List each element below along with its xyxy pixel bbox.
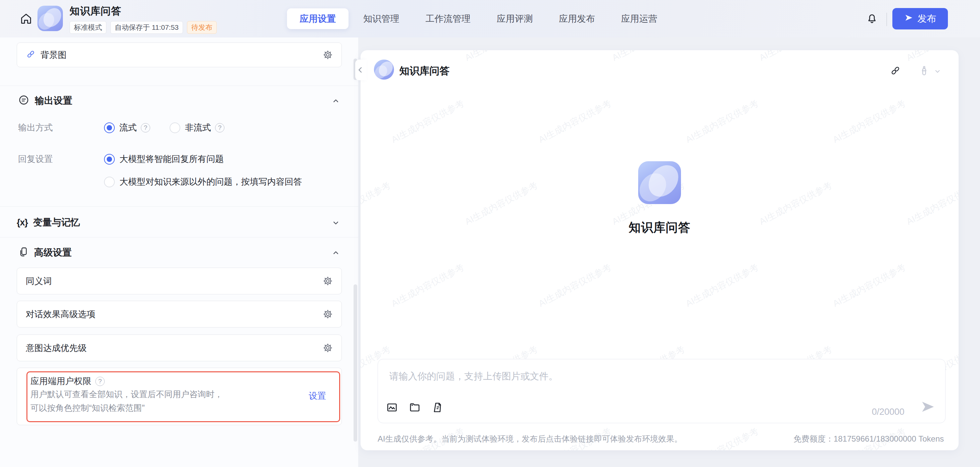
background-image-row[interactable]: 背景图 <box>17 43 342 67</box>
collapse-preview-button[interactable] <box>355 59 367 80</box>
preview-app-icon <box>638 161 681 204</box>
synonyms-label: 同义词 <box>26 275 52 287</box>
section-divider <box>0 86 358 86</box>
preview-footer: AI生成仅供参考。当前为测试体验环境，发布后点击体验链接即可体验发布环境效果。 … <box>378 434 944 444</box>
permission-title: 应用端用户权限 <box>30 375 91 387</box>
badge-row: 标准模式 自动保存于 11:07:53 待发布 <box>70 21 217 34</box>
output-section-header: 输出设置 <box>18 94 72 107</box>
braces-x-icon: {x} <box>17 217 28 228</box>
permission-help-icon[interactable]: ? <box>95 377 105 386</box>
reply-custom-radio[interactable] <box>104 177 115 187</box>
preview-avatar <box>374 59 394 80</box>
advanced-collapse-button[interactable] <box>331 248 340 259</box>
upload-image-button[interactable] <box>386 402 398 413</box>
advanced-section-header: 高级设置 <box>18 246 72 259</box>
variables-section-header: {x} 变量与记忆 <box>17 216 80 229</box>
dialog-effects-label: 对话效果高级选项 <box>26 308 95 320</box>
chevron-down-icon <box>331 218 340 228</box>
send-plane-icon <box>904 13 913 25</box>
permission-description-line2: 可以按角色控制“知识检索范围” <box>30 402 145 413</box>
upload-document-button[interactable] <box>431 402 444 413</box>
preview-header: 知识库问答 <box>361 50 959 90</box>
non-stream-label: 非流式 <box>185 122 211 134</box>
intent-priority-row[interactable]: 意图达成优先级 <box>17 335 342 361</box>
intent-priority-settings-button[interactable] <box>323 343 333 353</box>
reply-smart-radio[interactable] <box>104 154 115 164</box>
background-settings-button[interactable] <box>323 50 333 60</box>
stream-radio[interactable] <box>104 123 115 133</box>
output-section-title: 输出设置 <box>35 94 72 107</box>
tab-app-settings[interactable]: 应用设置 <box>287 8 348 29</box>
non-stream-help-icon[interactable]: ? <box>215 123 224 132</box>
chevron-up-icon <box>331 248 340 258</box>
status-badge: 待发布 <box>187 21 217 34</box>
home-button[interactable] <box>19 12 33 27</box>
header-divider <box>886 13 887 26</box>
home-icon <box>19 21 33 26</box>
preview-app-name: 知识库问答 <box>629 220 691 236</box>
app-title-block: 知识库问答 标准模式 自动保存于 11:07:53 待发布 <box>70 4 217 34</box>
section-divider <box>0 206 358 207</box>
folder-icon <box>409 402 421 413</box>
gear-icon <box>323 276 333 286</box>
permission-title-row: 应用端用户权限 ? <box>30 375 105 387</box>
permission-description-line1: 用户默认可查看全部知识，设置后不同用户咨询时， <box>30 389 223 400</box>
background-image-label: 背景图 <box>40 49 67 61</box>
upload-folder-button[interactable] <box>409 402 421 413</box>
gear-icon <box>323 309 333 319</box>
output-mode-label: 输出方式 <box>18 122 104 134</box>
dialog-effects-settings-button[interactable] <box>323 309 333 319</box>
preview-hero: 知识库问答 <box>361 161 959 236</box>
variables-expand-button[interactable] <box>331 218 340 229</box>
attachment-toolbar <box>386 402 444 413</box>
settings-panel: 背景图 输出设置 输出方式 流式 ? 非流式 ? 回复设置 <box>0 37 358 467</box>
tab-knowledge[interactable]: 知识管理 <box>352 8 411 29</box>
link-icon <box>26 49 36 61</box>
chat-input-box[interactable]: 请输入你的问题，支持上传图片或文件。 0/20000 <box>378 359 945 423</box>
tab-workflow[interactable]: 工作流管理 <box>414 8 482 29</box>
theme-dropdown-button[interactable] <box>933 67 942 76</box>
section-divider <box>0 237 358 237</box>
reply-setting-label: 回复设置 <box>18 153 104 165</box>
reply-setting-row-1: 回复设置 大模型将智能回复所有问题 <box>18 153 224 165</box>
chevron-up-icon <box>331 96 340 106</box>
user-permission-card: 应用端用户权限 ? 用户默认可查看全部知识，设置后不同用户咨询时， 可以按角色控… <box>17 368 342 425</box>
tab-evaluation[interactable]: 应用评测 <box>485 8 544 29</box>
dialog-effects-row[interactable]: 对话效果高级选项 <box>17 301 342 327</box>
debug-link-button[interactable] <box>890 65 901 76</box>
publish-button[interactable]: 发布 <box>892 8 948 29</box>
mode-badge: 标准模式 <box>70 21 107 34</box>
output-collapse-button[interactable] <box>331 96 340 107</box>
page-title: 知识库问答 <box>70 4 217 18</box>
gear-icon <box>323 50 333 60</box>
scrollbar-thumb[interactable] <box>353 284 357 441</box>
non-stream-radio[interactable] <box>170 123 180 133</box>
disclaimer-text: AI生成仅供参考。当前为测试体验环境，发布后点击体验链接即可体验发布环境效果。 <box>378 434 682 444</box>
top-bar: 知识库问答 标准模式 自动保存于 11:07:53 待发布 应用设置 知识管理 … <box>0 0 980 37</box>
copy-stack-icon <box>18 247 29 258</box>
stream-help-icon[interactable]: ? <box>141 123 150 132</box>
output-mode-row: 输出方式 流式 ? 非流式 ? <box>18 122 224 134</box>
tab-release[interactable]: 应用发布 <box>547 8 606 29</box>
synonyms-settings-button[interactable] <box>323 276 333 286</box>
publish-label: 发布 <box>918 13 936 25</box>
document-icon <box>431 402 444 413</box>
autosave-badge: 自动保存于 11:07:53 <box>110 21 183 34</box>
advanced-section-title: 高级设置 <box>34 246 72 259</box>
chevron-down-icon <box>933 67 942 76</box>
app-logo <box>37 6 63 31</box>
chevron-left-icon <box>355 65 365 75</box>
main-nav: 应用设置 知识管理 工作流管理 应用评测 应用发布 应用运营 <box>287 8 668 29</box>
variables-section-title: 变量与记忆 <box>33 216 80 229</box>
stream-label: 流式 <box>119 122 137 134</box>
reply-smart-label: 大模型将智能回复所有问题 <box>119 153 224 165</box>
permission-setup-link[interactable]: 设置 <box>309 390 326 402</box>
gear-icon <box>323 343 333 353</box>
char-counter: 0/20000 <box>872 407 904 417</box>
intent-priority-label: 意图达成优先级 <box>26 342 87 354</box>
notification-button[interactable] <box>865 12 878 26</box>
send-message-button[interactable] <box>920 399 936 415</box>
synonyms-row[interactable]: 同义词 <box>17 268 342 294</box>
theme-brush-button[interactable] <box>918 65 930 76</box>
tab-operation[interactable]: 应用运营 <box>610 8 668 29</box>
